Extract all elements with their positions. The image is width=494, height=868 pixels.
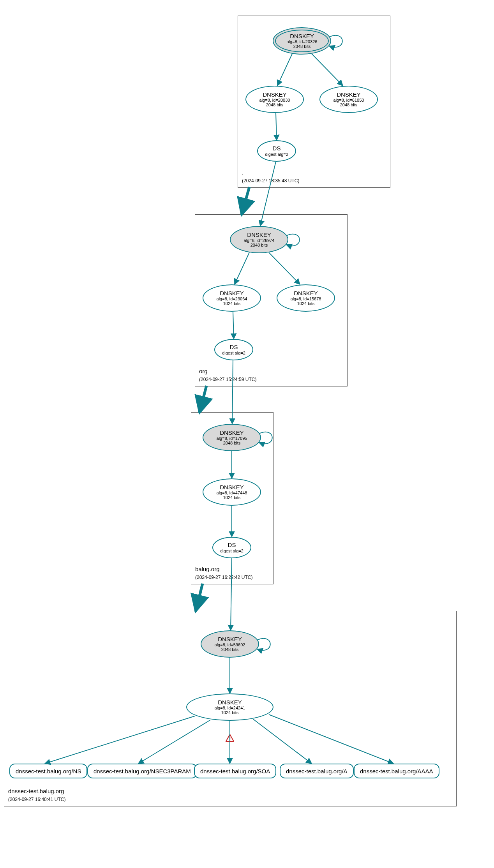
- node-title: DNSKEY: [263, 92, 287, 98]
- root-zsk1[interactable]: DNSKEY alg=8, id=20038 2048 bits: [245, 86, 304, 113]
- node-title: DNSKEY: [247, 232, 271, 238]
- node-title: DNSKEY: [220, 430, 244, 436]
- rrset-ns[interactable]: dnssec-test.balug.org/NS: [9, 764, 87, 778]
- zone-org-timestamp: (2024-09-27 15:24:59 UTC): [199, 377, 256, 382]
- node-sub1: digest alg=2: [220, 549, 243, 553]
- node-sub1: alg=8, id=20326: [287, 39, 318, 44]
- balug-zsk[interactable]: DNSKEY alg=8, id=47448 1024 bits: [203, 478, 261, 506]
- node-sub1: alg=8, id=26974: [244, 238, 275, 243]
- node-sub1: alg=8, id=61050: [333, 98, 364, 102]
- node-sub2: 2048 bits: [223, 441, 241, 445]
- zone-root-label: .: [242, 169, 243, 176]
- node-sub1: alg=8, id=17095: [217, 436, 247, 441]
- zone-root-timestamp: (2024-09-27 13:35:48 UTC): [242, 178, 299, 183]
- balug-ds[interactable]: DS digest alg=2: [212, 537, 251, 558]
- node-sub1: alg=8, id=47448: [217, 490, 247, 495]
- node-sub2: 1024 bits: [223, 301, 241, 306]
- node-title: DNSKEY: [220, 484, 244, 491]
- svg-rect-1: [229, 739, 230, 740]
- zone-balug-timestamp: (2024-09-27 16:22:42 UTC): [195, 575, 252, 580]
- node-sub1: digest alg=2: [222, 351, 245, 355]
- rrset-nsec3param[interactable]: dnssec-test.balug.org/NSEC3PARAM: [87, 764, 197, 778]
- node-title: DNSKEY: [220, 290, 244, 297]
- node-title: DNSKEY: [218, 636, 242, 643]
- node-title: DS: [273, 145, 281, 152]
- zone-dnssectest-label: dnssec-test.balug.org: [8, 788, 64, 794]
- node-sub2: 2048 bits: [221, 647, 239, 652]
- node-title: DNSKEY: [294, 290, 318, 297]
- svg-rect-0: [229, 736, 230, 739]
- rrset-a[interactable]: dnssec-test.balug.org/A: [280, 764, 354, 778]
- rrset-soa[interactable]: dnssec-test.balug.org/SOA: [194, 764, 276, 778]
- org-ksk[interactable]: DNSKEY alg=8, id=26974 2048 bits: [230, 226, 288, 253]
- org-zsk2[interactable]: DNSKEY alg=8, id=15678 1024 bits: [277, 284, 335, 312]
- node-title: DNSKEY: [290, 33, 314, 40]
- node-sub1: digest alg=2: [265, 152, 288, 157]
- node-sub1: alg=8, id=23064: [217, 296, 247, 301]
- org-zsk1[interactable]: DNSKEY alg=8, id=23064 1024 bits: [203, 284, 261, 312]
- rrset-aaaa[interactable]: dnssec-test.balug.org/AAAA: [354, 764, 439, 778]
- node-sub1: alg=8, id=20038: [259, 98, 290, 102]
- dnssectest-zsk[interactable]: DNSKEY alg=8, id=24241 1024 bits: [186, 693, 273, 721]
- zone-org-label: org: [199, 368, 208, 374]
- node-sub2: 1024 bits: [297, 301, 315, 306]
- node-title: DS: [228, 542, 236, 549]
- node-sub2: 2048 bits: [266, 102, 284, 107]
- node-sub2: 1024 bits: [223, 495, 241, 500]
- node-sub1: alg=8, id=15678: [291, 296, 321, 301]
- zone-dnssectest-timestamp: (2024-09-27 16:40:41 UTC): [8, 797, 65, 802]
- node-sub2: 2048 bits: [340, 102, 358, 107]
- root-ds[interactable]: DS digest alg=2: [257, 140, 296, 162]
- balug-ksk[interactable]: DNSKEY alg=8, id=17095 2048 bits: [203, 424, 261, 451]
- root-zsk2[interactable]: DNSKEY alg=8, id=61050 2048 bits: [319, 86, 378, 113]
- node-sub1: alg=8, id=59692: [215, 642, 245, 647]
- node-sub2: 2048 bits: [251, 243, 268, 247]
- zone-balug-label: balug.org: [195, 566, 220, 572]
- node-title: DS: [230, 344, 238, 351]
- node-title: DNSKEY: [337, 92, 361, 98]
- root-ksk[interactable]: DNSKEY alg=8, id=20326 2048 bits: [273, 27, 331, 55]
- org-ds[interactable]: DS digest alg=2: [214, 339, 253, 360]
- dnssectest-ksk[interactable]: DNSKEY alg=8, id=59692 2048 bits: [201, 630, 259, 658]
- warning-icon[interactable]: [226, 734, 234, 742]
- node-sub2: 1024 bits: [221, 710, 239, 715]
- node-sub1: alg=8, id=24241: [215, 706, 245, 710]
- node-title: DNSKEY: [218, 699, 242, 706]
- node-sub2: 2048 bits: [293, 44, 311, 49]
